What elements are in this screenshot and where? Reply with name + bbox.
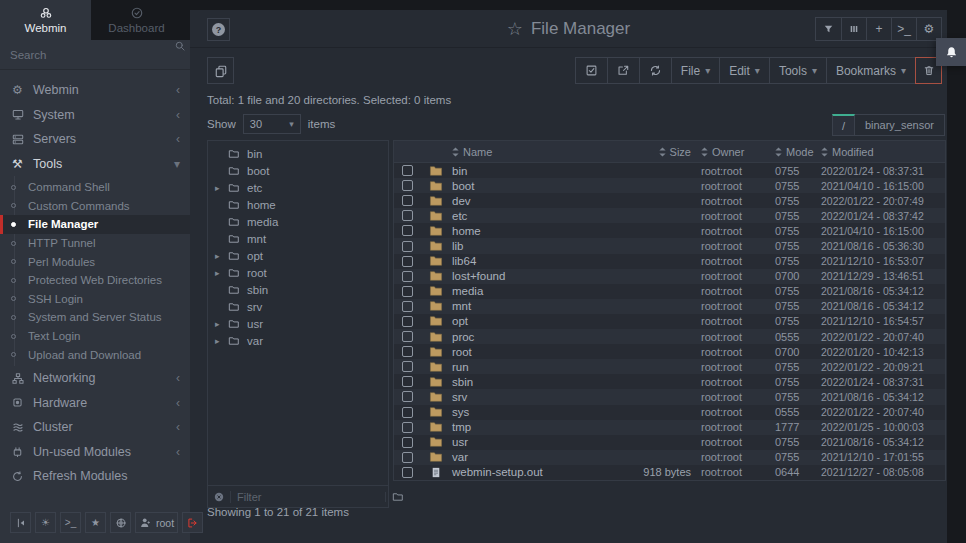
tab-dashboard[interactable]: Dashboard — [91, 0, 182, 40]
column-header-name[interactable]: Name — [452, 146, 597, 158]
file-name-link[interactable]: proc — [452, 331, 597, 343]
row-checkbox[interactable] — [402, 301, 413, 312]
sidebar-item-hardware[interactable]: Hardware‹ — [0, 390, 190, 415]
help-button[interactable]: ? — [207, 18, 230, 41]
table-row[interactable]: mntroot:root07552021/08/16 - 05:34:12 — [394, 299, 945, 314]
file-name-link[interactable]: opt — [452, 315, 597, 327]
file-name-link[interactable]: etc — [452, 210, 597, 222]
row-checkbox[interactable] — [402, 225, 413, 236]
column-header-size[interactable]: Size — [597, 146, 701, 158]
tree-item-bin[interactable]: bin — [208, 145, 388, 162]
table-row[interactable]: procroot:root05552022/01/22 - 20:07:40 — [394, 329, 945, 344]
table-row[interactable]: etcroot:root07552022/01/24 - 08:37:42 — [394, 208, 945, 223]
sidebar-item-tools[interactable]: ⚒Tools▾ — [0, 152, 190, 177]
tree-filter-input[interactable] — [230, 491, 385, 503]
table-row[interactable]: webmin-setup.out918 bytesroot:root064420… — [394, 465, 945, 480]
table-row[interactable]: rootroot:root07002022/01/20 - 10:42:13 — [394, 344, 945, 359]
table-row[interactable]: sysroot:root05552022/01/22 - 20:07:40 — [394, 405, 945, 420]
folder-select-icon[interactable] — [385, 492, 404, 502]
row-checkbox[interactable] — [402, 195, 413, 206]
sidebar-item-system[interactable]: System‹ — [0, 103, 190, 128]
file-name-link[interactable]: var — [452, 451, 597, 463]
notifications-button[interactable] — [936, 38, 966, 66]
row-checkbox[interactable] — [402, 376, 413, 387]
row-checkbox[interactable] — [402, 361, 413, 372]
tab-webmin[interactable]: Webmin — [0, 0, 91, 40]
sidebar-item-ssh-login[interactable]: SSH Login — [0, 290, 190, 309]
column-header-modified[interactable]: Modified — [821, 146, 945, 158]
tree-item-mnt[interactable]: mnt — [208, 230, 388, 247]
sidebar-item-custom-commands[interactable]: Custom Commands — [0, 197, 190, 216]
row-checkbox[interactable] — [402, 286, 413, 297]
menu-bookmarks-button[interactable]: Bookmarks▾ — [826, 58, 915, 83]
toggle-theme-button[interactable]: ☀ — [35, 512, 56, 533]
tree-item-sbin[interactable]: sbin — [208, 281, 388, 298]
file-name-link[interactable]: sbin — [452, 376, 597, 388]
file-name-link[interactable]: run — [452, 361, 597, 373]
sidebar-item-cluster[interactable]: Cluster‹ — [0, 415, 190, 440]
file-name-link[interactable]: lib — [452, 240, 597, 252]
sidebar-item-networking[interactable]: Networking‹ — [0, 366, 190, 391]
row-checkbox[interactable] — [402, 391, 413, 402]
menu-edit-button[interactable]: Edit▾ — [719, 58, 769, 83]
sidebar-item-webmin[interactable]: ⚙Webmin‹ — [0, 78, 190, 103]
file-name-link[interactable]: lost+found — [452, 270, 597, 282]
row-checkbox[interactable] — [402, 331, 413, 342]
tree-item-etc[interactable]: ▸etc — [208, 179, 388, 196]
table-row[interactable]: lost+foundroot:root07002021/12/29 - 13:4… — [394, 269, 945, 284]
menu-tools-button[interactable]: Tools▾ — [769, 58, 826, 83]
file-name-link[interactable]: mnt — [452, 300, 597, 312]
favorites-button[interactable]: ★ — [85, 512, 106, 533]
file-name-link[interactable]: bin — [452, 165, 597, 177]
file-name-link[interactable]: media — [452, 285, 597, 297]
file-name-link[interactable]: webmin-setup.out — [452, 466, 597, 478]
table-row[interactable]: bootroot:root07552021/04/10 - 16:15:00 — [394, 178, 945, 193]
tree-item-boot[interactable]: boot — [208, 162, 388, 179]
file-name-link[interactable]: dev — [452, 195, 597, 207]
sidebar-item-perl-modules[interactable]: Perl Modules — [0, 252, 190, 271]
row-checkbox[interactable] — [402, 467, 413, 478]
tree-item-usr[interactable]: ▸usr — [208, 315, 388, 332]
search-input[interactable] — [0, 49, 174, 61]
sidebar-item-system-and-server-status[interactable]: System and Server Status — [0, 308, 190, 327]
open-shell-button[interactable]: >_ — [60, 512, 81, 533]
row-checkbox[interactable] — [402, 210, 413, 221]
row-checkbox[interactable] — [402, 422, 413, 433]
row-checkbox[interactable] — [402, 437, 413, 448]
row-checkbox[interactable] — [402, 180, 413, 191]
create-button[interactable]: + — [866, 18, 891, 40]
tree-item-home[interactable]: home — [208, 196, 388, 213]
sidebar-item-text-login[interactable]: Text Login — [0, 327, 190, 346]
row-checkbox[interactable] — [402, 271, 413, 282]
favorite-star-icon[interactable]: ☆ — [507, 18, 523, 40]
table-row[interactable]: optroot:root07552021/12/10 - 16:54:57 — [394, 314, 945, 329]
tree-item-var[interactable]: ▸var — [208, 332, 388, 349]
tree-item-opt[interactable]: ▸opt — [208, 247, 388, 264]
breadcrumb-root[interactable]: / — [832, 114, 855, 136]
tree-item-srv[interactable]: srv — [208, 298, 388, 315]
table-row[interactable]: sbinroot:root07552022/01/24 - 08:37:31 — [394, 374, 945, 389]
collapse-sidebar-button[interactable] — [10, 512, 31, 533]
table-row[interactable]: libroot:root07552021/08/16 - 05:36:30 — [394, 238, 945, 253]
file-name-link[interactable]: root — [452, 346, 597, 358]
row-checkbox[interactable] — [402, 346, 413, 357]
row-checkbox[interactable] — [402, 316, 413, 327]
table-row[interactable]: srvroot:root07552021/08/16 - 05:34:12 — [394, 389, 945, 404]
tree-item-media[interactable]: media — [208, 213, 388, 230]
sidebar-item-upload-and-download[interactable]: Upload and Download — [0, 345, 190, 364]
breadcrumb-segment[interactable]: binary_sensor — [855, 114, 945, 136]
filter-button[interactable] — [816, 18, 841, 40]
sidebar-item-protected-web-directories[interactable]: Protected Web Directories — [0, 271, 190, 290]
sidebar-item-refresh-modules[interactable]: Refresh Modules — [0, 464, 190, 489]
file-name-link[interactable]: home — [452, 225, 597, 237]
table-row[interactable]: runroot:root07552022/01/22 - 20:09:21 — [394, 359, 945, 374]
clear-filter-icon[interactable] — [213, 491, 225, 503]
copy-path-button[interactable] — [207, 57, 234, 84]
file-name-link[interactable]: lib64 — [452, 255, 597, 267]
tree-item-root[interactable]: ▸root — [208, 264, 388, 281]
row-checkbox[interactable] — [402, 256, 413, 267]
row-checkbox[interactable] — [402, 165, 413, 176]
sidebar-item-servers[interactable]: Servers‹ — [0, 127, 190, 152]
sidebar-item-http-tunnel[interactable]: HTTP Tunnel — [0, 234, 190, 253]
column-header-owner[interactable]: Owner — [701, 146, 775, 158]
